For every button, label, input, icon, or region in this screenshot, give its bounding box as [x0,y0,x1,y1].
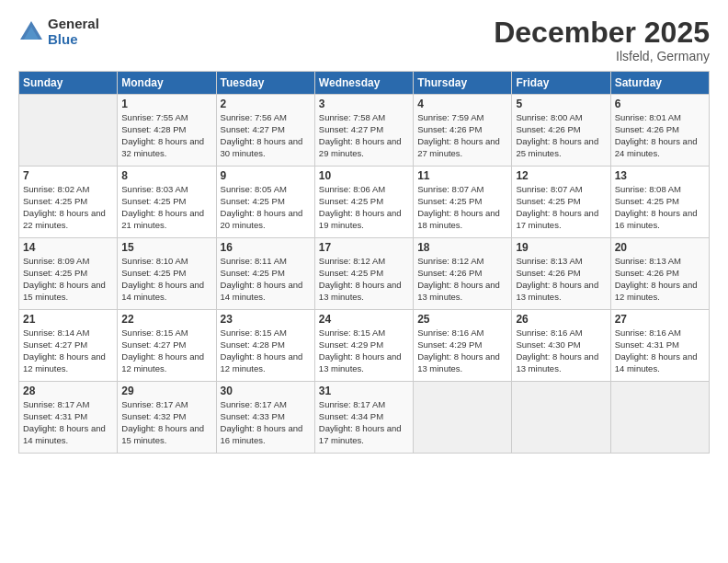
weekday-header-saturday: Saturday [610,72,709,95]
month-title: December 2025 [494,17,710,49]
day-info: Sunrise: 8:07 AMSunset: 4:25 PMDaylight:… [417,184,500,229]
day-number: 31 [319,385,409,397]
day-cell: 10Sunrise: 8:06 AMSunset: 4:25 PMDayligh… [314,167,413,238]
day-number: 14 [23,241,113,254]
week-row-1: 1Sunrise: 7:55 AMSunset: 4:28 PMDaylight… [19,95,710,167]
day-cell: 2Sunrise: 7:56 AMSunset: 4:27 PMDaylight… [216,95,314,167]
day-info: Sunrise: 8:09 AMSunset: 4:25 PMDaylight:… [23,256,106,301]
day-cell: 5Sunrise: 8:00 AMSunset: 4:26 PMDaylight… [512,95,610,167]
day-info: Sunrise: 8:17 AMSunset: 4:32 PMDaylight:… [121,399,204,444]
day-cell: 14Sunrise: 8:09 AMSunset: 4:25 PMDayligh… [19,238,118,310]
day-info: Sunrise: 8:13 AMSunset: 4:26 PMDaylight:… [516,256,598,301]
day-info: Sunrise: 8:12 AMSunset: 4:25 PMDaylight:… [319,256,402,301]
day-info: Sunrise: 8:00 AMSunset: 4:26 PMDaylight:… [516,112,598,157]
day-cell: 12Sunrise: 8:07 AMSunset: 4:25 PMDayligh… [512,167,610,238]
calendar: SundayMondayTuesdayWednesdayThursdayFrid… [18,71,710,454]
day-cell: 31Sunrise: 8:17 AMSunset: 4:34 PMDayligh… [314,382,413,454]
day-cell: 23Sunrise: 8:15 AMSunset: 4:28 PMDayligh… [216,310,314,382]
logo-text: General Blue [48,17,99,47]
weekday-header-sunday: Sunday [19,72,118,95]
day-number: 9 [221,169,311,182]
day-info: Sunrise: 8:08 AMSunset: 4:25 PMDaylight:… [615,184,698,229]
day-cell: 7Sunrise: 8:02 AMSunset: 4:25 PMDaylight… [19,167,118,238]
week-row-5: 28Sunrise: 8:17 AMSunset: 4:31 PMDayligh… [19,382,710,454]
page: General Blue December 2025 Ilsfeld, Germ… [0,0,728,563]
day-info: Sunrise: 8:17 AMSunset: 4:33 PMDaylight:… [221,399,303,444]
day-cell: 29Sunrise: 8:17 AMSunset: 4:32 PMDayligh… [118,382,216,454]
day-number: 18 [417,241,507,254]
day-number: 26 [516,313,606,326]
day-info: Sunrise: 8:17 AMSunset: 4:31 PMDaylight:… [23,399,106,444]
day-info: Sunrise: 8:17 AMSunset: 4:34 PMDaylight:… [319,399,402,444]
title-block: December 2025 Ilsfeld, Germany [494,17,710,63]
day-info: Sunrise: 8:15 AMSunset: 4:28 PMDaylight:… [221,327,303,373]
day-info: Sunrise: 8:16 AMSunset: 4:30 PMDaylight:… [516,327,598,373]
day-cell: 16Sunrise: 8:11 AMSunset: 4:25 PMDayligh… [216,238,314,310]
day-info: Sunrise: 8:06 AMSunset: 4:25 PMDaylight:… [319,184,402,229]
day-cell [512,382,610,454]
day-cell [610,382,709,454]
day-info: Sunrise: 8:11 AMSunset: 4:25 PMDaylight:… [221,256,303,301]
day-info: Sunrise: 8:02 AMSunset: 4:25 PMDaylight:… [23,184,106,229]
day-number: 5 [516,98,606,110]
day-cell: 21Sunrise: 8:14 AMSunset: 4:27 PMDayligh… [19,310,118,382]
location: Ilsfeld, Germany [494,49,710,63]
day-cell [19,95,118,167]
day-number: 23 [221,313,311,326]
day-number: 22 [121,313,211,326]
day-cell: 17Sunrise: 8:12 AMSunset: 4:25 PMDayligh… [314,238,413,310]
week-row-4: 21Sunrise: 8:14 AMSunset: 4:27 PMDayligh… [19,310,710,382]
day-info: Sunrise: 7:58 AMSunset: 4:27 PMDaylight:… [319,112,402,157]
day-cell: 15Sunrise: 8:10 AMSunset: 4:25 PMDayligh… [118,238,216,310]
day-info: Sunrise: 8:14 AMSunset: 4:27 PMDaylight:… [23,327,106,373]
day-info: Sunrise: 8:10 AMSunset: 4:25 PMDaylight:… [121,256,204,301]
day-info: Sunrise: 7:55 AMSunset: 4:28 PMDaylight:… [121,112,204,157]
day-cell: 30Sunrise: 8:17 AMSunset: 4:33 PMDayligh… [216,382,314,454]
day-number: 20 [615,241,705,254]
day-number: 1 [121,98,211,110]
day-number: 4 [417,98,507,110]
day-info: Sunrise: 8:15 AMSunset: 4:27 PMDaylight:… [121,327,204,373]
day-number: 25 [417,313,507,326]
week-row-2: 7Sunrise: 8:02 AMSunset: 4:25 PMDaylight… [19,167,710,238]
day-number: 12 [516,169,606,182]
day-number: 19 [516,241,606,254]
weekday-header-monday: Monday [118,72,216,95]
day-number: 3 [319,98,409,110]
day-info: Sunrise: 7:59 AMSunset: 4:26 PMDaylight:… [417,112,500,157]
weekday-header-friday: Friday [512,72,610,95]
day-info: Sunrise: 8:12 AMSunset: 4:26 PMDaylight:… [417,256,500,301]
day-number: 28 [23,385,113,397]
day-cell: 13Sunrise: 8:08 AMSunset: 4:25 PMDayligh… [610,167,709,238]
logo-general-text: General [48,17,99,32]
day-cell: 8Sunrise: 8:03 AMSunset: 4:25 PMDaylight… [118,167,216,238]
day-number: 6 [615,98,705,110]
weekday-header-row: SundayMondayTuesdayWednesdayThursdayFrid… [19,72,710,95]
day-number: 11 [417,169,507,182]
day-number: 2 [221,98,311,110]
weekday-header-thursday: Thursday [414,72,512,95]
day-cell: 1Sunrise: 7:55 AMSunset: 4:28 PMDaylight… [118,95,216,167]
logo: General Blue [18,17,99,47]
day-cell: 9Sunrise: 8:05 AMSunset: 4:25 PMDaylight… [216,167,314,238]
day-cell: 11Sunrise: 8:07 AMSunset: 4:25 PMDayligh… [414,167,512,238]
header: General Blue December 2025 Ilsfeld, Germ… [18,17,710,63]
day-cell: 26Sunrise: 8:16 AMSunset: 4:30 PMDayligh… [512,310,610,382]
day-number: 29 [121,385,211,397]
day-number: 7 [23,169,113,182]
day-number: 24 [319,313,409,326]
day-number: 16 [221,241,311,254]
day-number: 8 [121,169,211,182]
day-cell [414,382,512,454]
day-cell: 27Sunrise: 8:16 AMSunset: 4:31 PMDayligh… [610,310,709,382]
day-info: Sunrise: 8:01 AMSunset: 4:26 PMDaylight:… [615,112,698,157]
day-cell: 28Sunrise: 8:17 AMSunset: 4:31 PMDayligh… [19,382,118,454]
day-info: Sunrise: 8:05 AMSunset: 4:25 PMDaylight:… [221,184,303,229]
day-number: 27 [615,313,705,326]
day-cell: 3Sunrise: 7:58 AMSunset: 4:27 PMDaylight… [314,95,413,167]
logo-blue-text: Blue [48,32,99,48]
day-number: 10 [319,169,409,182]
day-info: Sunrise: 8:16 AMSunset: 4:29 PMDaylight:… [417,327,500,373]
day-cell: 25Sunrise: 8:16 AMSunset: 4:29 PMDayligh… [414,310,512,382]
day-info: Sunrise: 8:16 AMSunset: 4:31 PMDaylight:… [615,327,698,373]
